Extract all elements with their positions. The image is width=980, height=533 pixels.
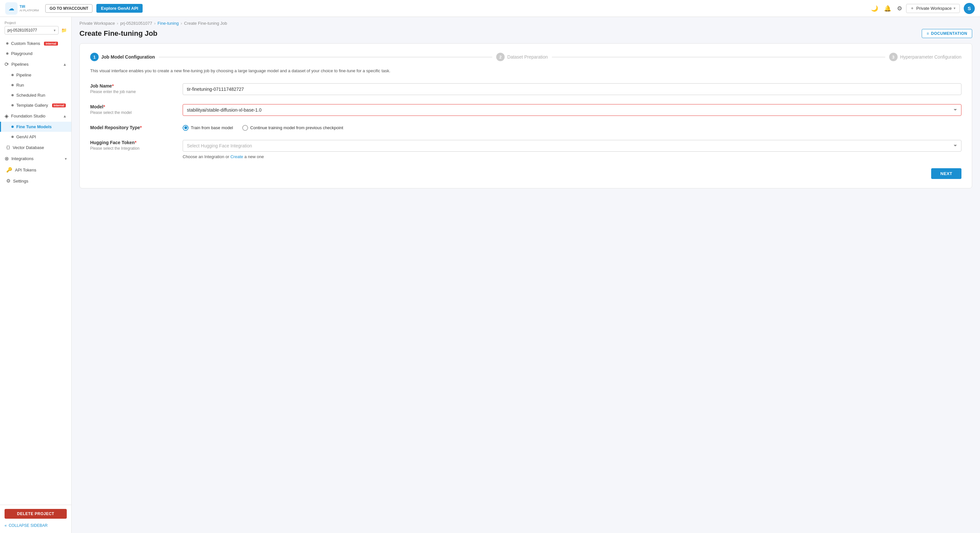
model-label: Model* <box>90 104 175 109</box>
main-layout: Project prj-05281051077 ▾ 📁 Custom Token… <box>0 17 980 533</box>
radio-continue-training[interactable]: Continue training model from previous ch… <box>242 125 343 131</box>
radio-group: Train from base model Continue training … <box>183 125 961 131</box>
hf-token-label-col: Hugging Face Token* Please select the In… <box>90 140 175 151</box>
sidebar-item-pipeline[interactable]: Pipeline <box>0 70 71 80</box>
sidebar-item-template-gallery[interactable]: Template Gallery Internal <box>0 100 71 110</box>
sidebar-item-label: Scheduled Run <box>16 93 45 98</box>
breadcrumb-sep: › <box>154 21 156 26</box>
pipelines-icon: ⟳ <box>5 61 9 67</box>
sidebar-item-run[interactable]: Run <box>0 80 71 90</box>
breadcrumb: Private Workspace › prj-05281051077 › Fi… <box>72 17 980 26</box>
api-tokens-icon: 🔑 <box>6 167 13 173</box>
sidebar-nav: Custom Tokens Internal Playground ⟳ Pipe… <box>0 37 71 505</box>
sidebar-item-label: Run <box>16 82 24 87</box>
model-repo-input-col: Train from base model Continue training … <box>183 125 961 131</box>
sidebar-item-label: API Tokens <box>15 168 37 173</box>
sidebar-item-label: GenAI API <box>16 134 36 139</box>
stepper: 1 Job Model Configuration 2 Dataset Prep… <box>90 53 961 61</box>
sidebar-section-foundation-studio[interactable]: ◈ Foundation Studio ▲ <box>0 110 71 122</box>
model-repo-label-col: Model Repository Type* <box>90 125 175 130</box>
dark-mode-icon[interactable]: 🌙 <box>871 5 878 12</box>
settings-icon[interactable]: ⚙ <box>897 5 902 12</box>
job-name-label: Job Name* <box>90 83 175 89</box>
logo-icon: ☁ <box>5 2 18 15</box>
dot-icon <box>11 104 14 106</box>
internal-badge: Internal <box>44 42 58 46</box>
expand-icon: ▲ <box>63 62 67 67</box>
job-name-input-col <box>183 83 961 95</box>
breadcrumb-finetuning[interactable]: Fine-tuning <box>158 21 179 26</box>
notifications-icon[interactable]: 🔔 <box>884 5 891 12</box>
form-actions: NEXT <box>90 168 961 179</box>
page-title: Create Fine-tuning Job <box>80 29 158 38</box>
step-3-circle: 3 <box>889 53 897 61</box>
explore-genai-button[interactable]: Explore GenAI API <box>96 4 143 13</box>
sidebar-item-api-tokens[interactable]: 🔑 API Tokens <box>0 164 71 175</box>
radio-train-from-base[interactable]: Train from base model <box>183 125 233 131</box>
main-content: Private Workspace › prj-05281051077 › Fi… <box>72 17 980 533</box>
model-select[interactable]: stabilityai/stable-diffusion-xl-base-1.0 <box>183 104 961 116</box>
workspace-icon: ⚬ <box>910 6 914 11</box>
project-select-area: Project prj-05281051077 ▾ 📁 <box>0 17 71 37</box>
logo-text: TIR AI PLATFORM <box>19 5 39 12</box>
radio-option1-label: Train from base model <box>191 125 233 130</box>
step-2: 2 Dataset Preparation <box>496 53 548 61</box>
radio-option2-label: Continue training model from previous ch… <box>250 125 343 130</box>
header-icons: 🌙 🔔 ⚙ <box>871 5 902 12</box>
dot-icon <box>6 42 8 44</box>
next-button[interactable]: NEXT <box>931 168 961 179</box>
create-integration-link[interactable]: Create <box>231 154 243 159</box>
step-3-label: Hyperparameter Configuration <box>900 54 961 60</box>
sidebar-item-custom-tokens[interactable]: Custom Tokens Internal <box>0 38 71 49</box>
sidebar-section-integrations[interactable]: ⊗ Integrations ▾ <box>0 153 71 164</box>
step-line-2 <box>552 57 885 57</box>
collapse-sidebar-button[interactable]: « COLLAPSE SIDEBAR <box>5 522 67 529</box>
step-2-circle: 2 <box>496 53 505 61</box>
sidebar-item-label: Playground <box>11 51 33 56</box>
model-input-col: stabilityai/stable-diffusion-xl-base-1.0 <box>183 104 961 116</box>
collapse-icon: « <box>5 523 7 528</box>
sidebar-section-pipelines[interactable]: ⟳ Pipelines ▲ <box>0 59 71 70</box>
step-3: 3 Hyperparameter Configuration <box>889 53 961 61</box>
model-sublabel: Please select the model <box>90 110 175 115</box>
sidebar-item-fine-tune-models[interactable]: Fine Tune Models <box>0 122 71 132</box>
expand-icon: ▾ <box>65 157 67 161</box>
dot-icon <box>11 74 14 76</box>
sidebar-item-label: Template Gallery <box>16 103 48 108</box>
doc-icon: ≡ <box>927 31 929 36</box>
goto-myaccount-button[interactable]: GO TO MYACCOUNT <box>45 4 92 13</box>
project-select[interactable]: prj-05281051077 ▾ <box>5 26 59 35</box>
hf-token-select[interactable]: Select Hugging Face Integration <box>183 140 961 152</box>
sidebar-item-genai-api[interactable]: GenAI API <box>0 132 71 142</box>
sidebar-item-settings[interactable]: ⚙ Settings <box>0 175 71 186</box>
sidebar-item-scheduled-run[interactable]: Scheduled Run <box>0 90 71 100</box>
hf-token-input-col: Select Hugging Face Integration Choose a… <box>183 140 961 159</box>
breadcrumb-project[interactable]: prj-05281051077 <box>120 21 152 26</box>
form-description: This visual interface enables you to cre… <box>90 68 961 74</box>
breadcrumb-sep: › <box>117 21 118 26</box>
job-name-row: Job Name* Please enter the job name <box>90 83 961 95</box>
avatar[interactable]: S <box>964 3 975 14</box>
step-2-label: Dataset Preparation <box>507 54 548 60</box>
internal-badge: Internal <box>52 103 66 107</box>
sidebar-item-label: Foundation Studio <box>11 114 46 119</box>
header: ☁ TIR AI PLATFORM GO TO MYACCOUNT Explor… <box>0 0 980 17</box>
folder-icon[interactable]: 📁 <box>61 28 67 33</box>
hf-token-sublabel: Please select the Integration <box>90 146 175 151</box>
documentation-button[interactable]: ≡ DOCUMENTATION <box>922 29 972 38</box>
breadcrumb-create-job: Create Fine-tuning Job <box>184 21 227 26</box>
delete-project-button[interactable]: DELETE PROJECT <box>5 509 67 519</box>
job-name-input[interactable] <box>183 83 961 95</box>
sidebar-item-label: Pipeline <box>16 73 31 78</box>
sidebar-item-vector-database[interactable]: ⟨⟩ Vector Database <box>0 142 71 153</box>
sidebar-item-playground[interactable]: Playground <box>0 49 71 59</box>
breadcrumb-workspace[interactable]: Private Workspace <box>80 21 115 26</box>
settings-icon: ⚙ <box>6 178 10 184</box>
project-label: Project <box>5 21 67 25</box>
workspace-button[interactable]: ⚬ Private Workspace ▾ <box>906 4 960 13</box>
job-name-label-col: Job Name* Please enter the job name <box>90 83 175 94</box>
project-id: prj-05281051077 <box>8 28 52 33</box>
sidebar-item-label: Pipelines <box>11 62 29 67</box>
vector-db-icon: ⟨⟩ <box>6 144 10 150</box>
hf-token-label: Hugging Face Token* <box>90 140 175 145</box>
